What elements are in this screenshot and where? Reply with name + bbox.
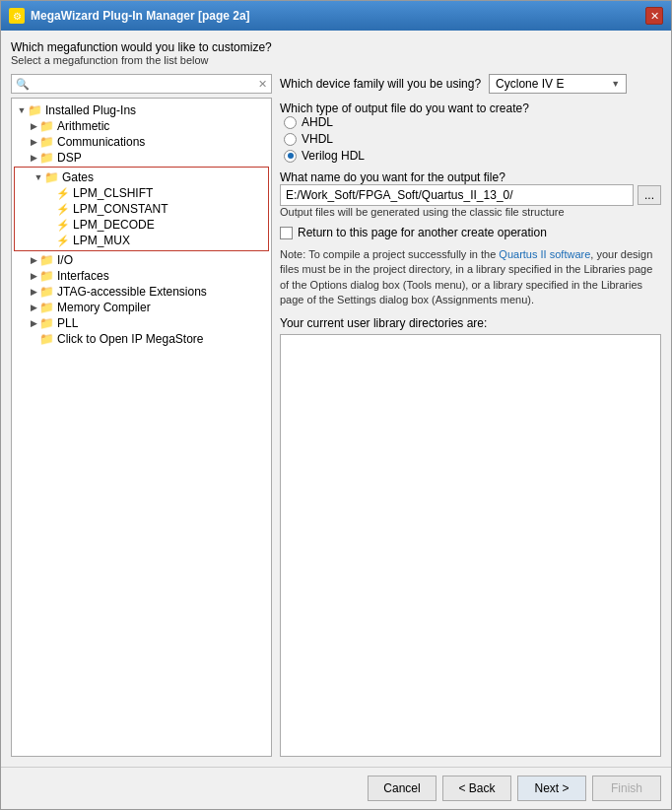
folder-icon: 📁 [39,269,54,283]
tree-item-memory[interactable]: ▶ 📁 Memory Compiler [12,300,271,315]
file-path-row: ... [280,184,661,206]
expand-icon: ▶ [28,271,39,281]
title-bar-left: ⚙ MegaWizard Plug-In Manager [page 2a] [9,8,250,24]
radio-verilog[interactable]: Verilog HDL [284,149,661,163]
radio-circle-ahdl [284,116,297,129]
file-path-input[interactable] [280,184,634,206]
expand-icon: ▶ [28,153,39,163]
tree-item-megastore[interactable]: 📁 Click to Open IP MegaStore [12,331,271,347]
tree-label: Interfaces [57,269,109,283]
folder-icon: 📁 [39,332,54,346]
tree-item-lpm-mux[interactable]: ⚡ LPM_MUX [17,233,266,248]
tree-label: LPM_MUX [73,234,130,247]
app-icon: ⚙ [9,8,25,24]
radio-ahdl[interactable]: AHDL [284,115,661,129]
file-icon: ⚡ [56,203,70,216]
tree-label: DSP [57,151,82,165]
browse-button[interactable]: ... [638,185,661,205]
output-type-section: Which type of output file do you want to… [280,101,661,163]
note-prefix: Note: To compile a project successfully … [280,248,499,260]
folder-icon: 📁 [39,301,54,314]
back-button[interactable]: < Back [442,776,511,801]
radio-circle-verilog [284,150,297,163]
output-name-section: What name do you want for the output fil… [280,170,661,218]
radio-circle-vhdl [284,133,297,146]
content-area: Which megafunction would you like to cus… [1,31,671,767]
tree-item-jtag[interactable]: ▶ 📁 JTAG-accessible Extensions [12,284,271,300]
device-family-row: Which device family will you be using? C… [280,74,661,94]
expand-icon: ▶ [28,255,39,265]
device-family-value: Cyclone IV E [496,77,611,91]
expand-icon: ▼ [16,105,28,115]
radio-group: AHDL VHDL Verilog HDL [284,115,661,163]
expand-icon: ▶ [28,121,39,131]
tree-label: LPM_CONSTANT [73,202,168,216]
folder-icon: 📁 [28,103,42,117]
tree-container[interactable]: ▼ 📁 Installed Plug-Ins ▶ 📁 Arithmetic ▶ … [11,98,272,757]
output-info-text: Output files will be generated using the… [280,206,661,218]
next-button[interactable]: Next > [517,776,586,801]
folder-icon: 📁 [39,253,54,267]
folder-icon: 📁 [39,316,54,330]
expand-icon: ▼ [33,172,44,182]
folder-icon: 📁 [44,170,59,184]
tree-item-installed[interactable]: ▼ 📁 Installed Plug-Ins [12,102,271,118]
search-box[interactable]: 🔍 ✕ [11,74,272,94]
button-bar: Cancel < Back Next > Finish [1,767,671,809]
tree-label: Installed Plug-Ins [45,103,136,117]
radio-vhdl[interactable]: VHDL [284,132,661,146]
search-clear-icon[interactable]: ✕ [258,78,267,91]
tree-item-lpm-decode[interactable]: ⚡ LPM_DECODE [17,217,266,233]
return-checkbox-row[interactable]: Return to this page for another create o… [280,226,661,239]
library-label: Your current user library directories ar… [280,316,661,330]
main-window: ⚙ MegaWizard Plug-In Manager [page 2a] ✕… [0,0,672,810]
return-checkbox[interactable] [280,227,293,239]
file-icon: ⚡ [56,219,70,232]
cancel-button[interactable]: Cancel [368,776,437,801]
right-panel: Which device family will you be using? C… [280,74,661,757]
tree-label: JTAG-accessible Extensions [57,285,207,299]
library-box[interactable] [280,334,661,757]
tree-label: LPM_DECODE [73,218,155,232]
tree-item-interfaces[interactable]: ▶ 📁 Interfaces [12,268,271,284]
tree-label: PLL [57,316,78,330]
tree-label: Gates [62,170,94,184]
tree-item-gates[interactable]: ▼ 📁 Gates [17,169,266,185]
output-type-label: Which type of output file do you want to… [280,101,661,115]
search-input[interactable] [34,77,254,91]
subheading-text: Select a megafunction from the list belo… [11,54,661,66]
title-bar: ⚙ MegaWizard Plug-In Manager [page 2a] ✕ [1,1,671,31]
tree-item-lpm-clshift[interactable]: ⚡ LPM_CLSHIFT [17,185,266,201]
top-description: Which megafunction would you like to cus… [11,40,661,66]
expand-icon: ▶ [28,287,39,297]
tree-item-pll[interactable]: ▶ 📁 PLL [12,315,271,331]
tree-item-io[interactable]: ▶ 📁 I/O [12,252,271,268]
folder-icon: 📁 [39,285,54,299]
expand-icon: ▶ [28,303,39,312]
radio-label-verilog: Verilog HDL [302,149,365,163]
finish-button[interactable]: Finish [592,776,661,801]
tree-label: I/O [57,253,73,267]
tree-label: LPM_CLSHIFT [73,186,153,200]
file-icon: ⚡ [56,187,70,200]
gates-group: ▼ 📁 Gates ⚡ LPM_CLSHIFT ⚡ LPM_C [14,167,269,251]
radio-label-vhdl: VHDL [302,132,333,146]
note-text: Note: To compile a project successfully … [280,247,661,308]
note-link[interactable]: Quartus II software [499,248,590,260]
main-panels: 🔍 ✕ ▼ 📁 Installed Plug-Ins ▶ 📁 [11,74,661,757]
search-icon: 🔍 [16,78,30,91]
library-section: Your current user library directories ar… [280,316,661,757]
tree-item-dsp[interactable]: ▶ 📁 DSP [12,150,271,166]
heading-text: Which megafunction would you like to cus… [11,40,661,54]
device-family-dropdown[interactable]: Cyclone IV E ▼ [489,74,627,94]
file-icon: ⚡ [56,235,70,247]
tree-item-communications[interactable]: ▶ 📁 Communications [12,134,271,150]
expand-icon: ▶ [28,137,39,147]
tree-item-arithmetic[interactable]: ▶ 📁 Arithmetic [12,118,271,134]
tree-label: Memory Compiler [57,301,151,314]
folder-icon: 📁 [39,135,54,149]
tree-label: Communications [57,135,145,149]
folder-icon: 📁 [39,151,54,165]
close-button[interactable]: ✕ [645,7,663,25]
tree-item-lpm-constant[interactable]: ⚡ LPM_CONSTANT [17,201,266,217]
